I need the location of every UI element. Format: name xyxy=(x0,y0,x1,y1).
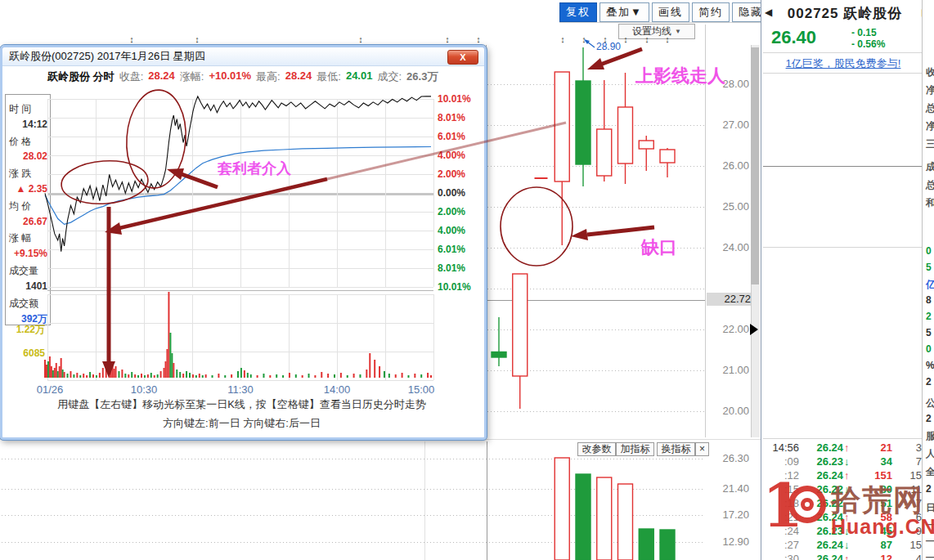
price-axis-label: 20.00 xyxy=(708,405,749,417)
price-axis-label: 24.00 xyxy=(708,241,749,253)
intraday-info-panel: 时 间14:12价 格28.02涨 跌▲ 2.35均 价26.67涨 幅+9.1… xyxy=(5,94,51,325)
info-label: 成交量 xyxy=(9,264,52,276)
ad-link[interactable]: 1亿巨奖，股民免费参与! xyxy=(763,56,923,71)
popup-grid-vline xyxy=(96,294,97,380)
sub-vline-1 xyxy=(424,441,425,560)
popup-grid-vline xyxy=(433,99,434,287)
popup-grid-vline xyxy=(240,294,241,380)
panel-divider-3 xyxy=(763,247,923,248)
upper-shadow-arrow-head xyxy=(587,58,604,69)
info-value: 1401 xyxy=(8,280,47,293)
sub-grid-line xyxy=(2,459,705,459)
percent-label: 4.00% xyxy=(438,150,465,161)
popup-stat-span: 28.24 xyxy=(285,69,312,84)
panel-divider-4 xyxy=(763,438,923,439)
annotation-arbitrage: 套利者介入 xyxy=(218,159,291,178)
sub-volume-bar xyxy=(597,477,612,560)
percent-label: 10.01% xyxy=(438,281,471,293)
popup-grid-vline xyxy=(337,294,338,380)
close-icon[interactable]: X xyxy=(447,50,478,65)
cursor-price-label: 22.72 xyxy=(707,293,752,306)
watermark: 1 拾荒网 Huang.CN xyxy=(756,476,932,558)
info-value: +9.15% xyxy=(8,248,47,260)
toolbar-button-0[interactable]: 复权 xyxy=(559,2,597,22)
popup-stat-span: 跃岭股份 分时 xyxy=(47,69,115,84)
chevron-down-icon: ▼ xyxy=(675,28,681,35)
sub-axis-label: 17.20 xyxy=(708,508,749,521)
popup-titlebar[interactable]: 跃岭股份(002725) 2017年1月26日 星期四 xyxy=(2,47,484,66)
popup-grid-vline xyxy=(47,99,48,287)
marker-arrow-icon: ↕ xyxy=(558,34,568,44)
percent-label: 10.01% xyxy=(438,93,471,105)
grid-line xyxy=(458,289,705,289)
popup-grid-vline xyxy=(289,99,290,287)
popup-grid-vline xyxy=(47,294,48,380)
edge-glyph: 总 xyxy=(926,178,934,192)
toolbar-button-2[interactable]: 画线 xyxy=(652,2,689,22)
popup-grid-vline xyxy=(192,99,193,287)
edge-glyph: 2 xyxy=(926,413,932,424)
crosshair-hline xyxy=(486,300,705,301)
edge-glyph: 2 xyxy=(926,376,932,388)
annotation-upper-shadow: 上影线走人 xyxy=(635,64,725,88)
price-axis-label: 27.00 xyxy=(708,119,749,131)
annotation-high-price: 28.90 xyxy=(596,41,621,52)
scrollbar-thumb[interactable] xyxy=(751,47,759,284)
percent-label: 8.01% xyxy=(438,262,465,274)
tick-direction-icon: ↑ xyxy=(844,441,854,454)
info-label: 成交额 xyxy=(9,297,52,309)
popup-stat-span: 最高: xyxy=(256,69,281,84)
marker-arrow-icon: ↕ xyxy=(662,34,672,44)
percent-label: 2.00% xyxy=(438,206,465,217)
marker-arrow-icon: ↕ xyxy=(442,34,452,44)
sub-volume-bar xyxy=(618,484,633,560)
popup-grid-vline xyxy=(144,294,145,380)
candle-body xyxy=(618,107,633,164)
scroll-marker-icon xyxy=(750,324,758,335)
edge-glyph: 5 xyxy=(926,327,932,338)
price-axis-label: 26.00 xyxy=(708,159,749,172)
time-axis-label: 10:30 xyxy=(121,383,167,396)
toolbar-button-3[interactable]: 简约 xyxy=(692,2,730,22)
sub-volume-bar xyxy=(660,530,675,560)
sub-volume-bar xyxy=(576,474,590,560)
watermark-gear-hub-icon xyxy=(801,498,814,511)
popup-stat-span: 28.24 xyxy=(148,69,175,84)
sub-button-2[interactable]: 换指标 xyxy=(657,442,695,456)
tick-direction-icon: ↓ xyxy=(844,455,854,468)
candle-body xyxy=(576,81,590,164)
info-label: 涨 跌 xyxy=(9,167,52,179)
sub-button-1[interactable]: 加指标 xyxy=(616,442,654,456)
prev-stock-icon[interactable]: ◀ xyxy=(765,7,772,18)
info-value: 14:12 xyxy=(8,119,47,131)
popup-grid-vline xyxy=(144,99,145,287)
popup-stat-span: 成交: xyxy=(377,69,402,84)
time-axis-label: 14:00 xyxy=(314,383,360,396)
popup-instruction-1: 用键盘【左右键】移动光标至某一日K线，按【空格键】查看当日历史分时走势 xyxy=(2,397,481,412)
price-axis-label: 21.00 xyxy=(708,364,749,376)
sub-grid-line xyxy=(2,489,705,490)
chart-toolbar: 复权叠加▼画线简约隐藏▸▸ xyxy=(559,2,784,22)
orderbook-mid-divider xyxy=(763,166,923,167)
edge-glyph: % xyxy=(926,360,934,371)
time-axis-label: 01/26 xyxy=(27,383,73,396)
popup-grid-vline xyxy=(337,99,338,287)
popup-grid-vline xyxy=(433,294,434,380)
tick-count: 7 xyxy=(896,455,922,468)
panel-divider-1 xyxy=(763,52,923,53)
popup-grid-vline xyxy=(289,294,290,380)
tick-volume: 21 xyxy=(855,441,892,454)
sub-button-3[interactable]: × xyxy=(695,442,709,456)
popup-stats-line: 跃岭股份 分时收盘:28.24涨幅: +10.01%最高: 28.24最低: 2… xyxy=(47,69,440,84)
grid-line xyxy=(458,370,705,371)
info-value: ▲ 2.35 xyxy=(8,183,47,195)
popup-grid-vline xyxy=(240,99,241,287)
toolbar-button-1[interactable]: 叠加▼ xyxy=(599,2,649,22)
tick-price: 26.24 xyxy=(807,441,843,454)
info-label: 均 价 xyxy=(9,199,52,212)
time-axis-label: 15:00 xyxy=(398,383,444,396)
marker-arrow-icon: ↕ xyxy=(192,34,202,44)
marker-arrow-icon: ↕ xyxy=(579,34,589,44)
sub-button-0[interactable]: 改参数 xyxy=(577,442,616,456)
popup-grid-hline xyxy=(47,380,433,381)
